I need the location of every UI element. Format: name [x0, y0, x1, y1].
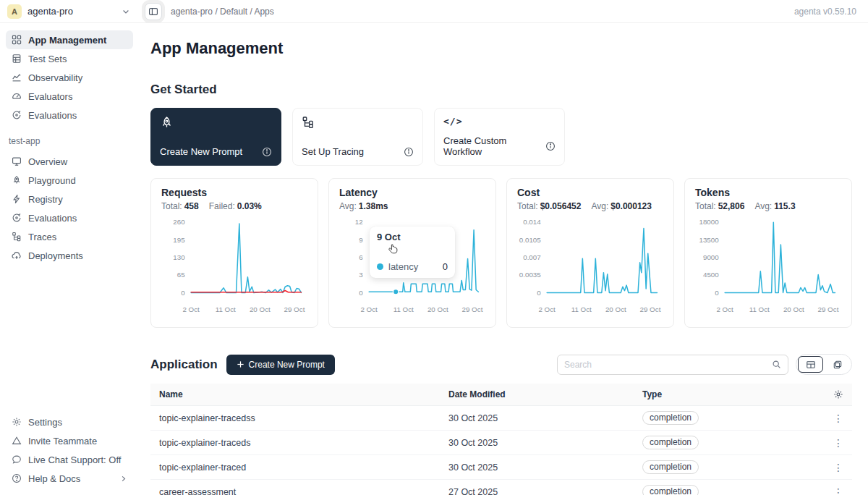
- create-new-prompt-button[interactable]: Create New Prompt: [226, 355, 335, 375]
- info-icon[interactable]: [404, 147, 414, 157]
- sidebar-item-traces[interactable]: Traces: [6, 227, 133, 246]
- sidebar-toggle-button[interactable]: [145, 3, 162, 20]
- search-icon[interactable]: [772, 360, 781, 369]
- svg-text:2 Oct: 2 Oct: [360, 305, 378, 313]
- cost-metric-card: Cost Total:$0.056452 Avg:$0.000123 00.00…: [506, 178, 674, 328]
- metric-stats: Total:458 Failed:0.03%: [161, 201, 307, 211]
- svg-text:9000: 9000: [703, 253, 719, 261]
- sidebar-item-overview[interactable]: Overview: [6, 152, 133, 171]
- series-dot-icon: [377, 263, 383, 270]
- metric-stats: Avg:1.38ms: [339, 201, 485, 211]
- svg-text:260: 260: [173, 218, 185, 226]
- sidebar-item-settings[interactable]: Settings: [6, 412, 133, 431]
- table-row[interactable]: career-assessment 27 Oct 2025 completion…: [150, 480, 852, 495]
- breadcrumb[interactable]: agenta-pro / Default / Apps: [171, 7, 274, 17]
- sidebar-item-app-management[interactable]: App Management: [6, 30, 133, 49]
- svg-text:0: 0: [537, 289, 541, 297]
- sidebar-item-label: Help & Docs: [28, 473, 80, 484]
- table-view-button[interactable]: [798, 356, 823, 373]
- sidebar-item-evaluators[interactable]: Evaluators: [6, 87, 133, 106]
- app-management-icon: [12, 35, 22, 45]
- table-row[interactable]: topic-explainer-traced 30 Oct 2025 compl…: [150, 455, 852, 480]
- application-title: Application: [150, 358, 218, 372]
- view-toggle: [796, 354, 852, 375]
- svg-text:11 Oct: 11 Oct: [216, 305, 236, 313]
- column-header-name[interactable]: Name: [150, 389, 440, 399]
- row-menu-button[interactable]: ⋮: [794, 487, 852, 495]
- column-header-type[interactable]: Type: [634, 389, 794, 399]
- requests-chart[interactable]: 0651301952602 Oct11 Oct20 Oct29 Oct: [161, 214, 307, 316]
- search-input[interactable]: [564, 360, 772, 370]
- sidebar-item-invite-teammate[interactable]: Invite Teammate: [6, 431, 133, 450]
- type-badge: completion: [642, 436, 699, 449]
- svg-text:0.0035: 0.0035: [519, 271, 542, 279]
- sidebar-item-deployments[interactable]: Deployments: [6, 246, 133, 265]
- metric-stats: Total:$0.056452 Avg:$0.000123: [517, 201, 663, 211]
- card-label: Create Custom Workflow: [443, 135, 545, 157]
- sidebar-item-label: Traces: [28, 232, 56, 242]
- metric-title: Requests: [161, 187, 307, 198]
- playground-icon: [12, 175, 22, 185]
- sidebar-item-label: Playground: [28, 175, 76, 186]
- tracing-icon: [302, 116, 414, 129]
- type-badge: completion: [642, 411, 699, 425]
- deployments-icon: [12, 250, 22, 261]
- row-menu-button[interactable]: ⋮: [794, 438, 852, 448]
- row-menu-button[interactable]: ⋮: [794, 413, 852, 423]
- column-header-date-modified[interactable]: Date Modified: [440, 389, 634, 399]
- sidebar-item-observability[interactable]: Observability: [6, 68, 133, 87]
- row-menu-button[interactable]: ⋮: [794, 462, 852, 473]
- svg-text:0.007: 0.007: [523, 253, 541, 261]
- metric-title: Tokens: [695, 187, 841, 198]
- sidebar-item-test-sets[interactable]: Test Sets: [6, 49, 133, 68]
- sidebar-item-label: Deployments: [28, 250, 83, 261]
- cost-chart[interactable]: 00.00350.0070.01050.0142 Oct11 Oct20 Oct…: [517, 214, 663, 316]
- type-badge: completion: [642, 485, 699, 495]
- column-settings[interactable]: [794, 389, 852, 399]
- sidebar-item-evaluations[interactable]: Evaluations: [6, 106, 133, 124]
- set-up-tracing-card[interactable]: Set Up Tracing: [292, 108, 423, 166]
- app-date-modified: 30 Oct 2025: [440, 413, 634, 423]
- evaluators-icon: [12, 91, 22, 101]
- sidebar-item-label: Settings: [28, 417, 62, 428]
- tooltip-value: 0: [443, 261, 448, 272]
- sidebar-item-label: Evaluators: [28, 91, 72, 102]
- chart-tooltip: 9 Oct latency 0: [370, 227, 455, 278]
- info-icon[interactable]: [545, 141, 556, 151]
- app-date-modified: 30 Oct 2025: [440, 462, 634, 473]
- cursor-pointer-icon: [387, 243, 448, 255]
- plus-icon: [237, 360, 244, 368]
- application-tools: [557, 354, 852, 375]
- sidebar-item-live-chat-support[interactable]: Live Chat Support: Off: [6, 450, 133, 469]
- create-new-prompt-card[interactable]: Create New Prompt: [150, 108, 281, 166]
- svg-text:11 Oct: 11 Oct: [393, 305, 414, 313]
- chevron-right-icon: [119, 475, 127, 483]
- tooltip-series-row: latency 0: [377, 261, 448, 272]
- sidebar-toggle-icon: [148, 7, 158, 17]
- sidebar-item-registry[interactable]: Registry: [6, 190, 133, 208]
- svg-text:11 Oct: 11 Oct: [749, 305, 770, 313]
- card-view-icon: [833, 360, 843, 370]
- svg-text:9: 9: [359, 236, 362, 244]
- info-icon[interactable]: [262, 147, 272, 157]
- get-started-cards: Create New Prompt Set Up Tracing </> Cre…: [150, 108, 852, 166]
- workspace-selector[interactable]: A agenta-pro: [0, 4, 139, 19]
- svg-text:0.014: 0.014: [523, 218, 541, 226]
- card-view-button[interactable]: [825, 356, 850, 373]
- workspace-avatar: A: [7, 4, 22, 19]
- app-name: topic-explainer-traced: [150, 462, 440, 473]
- table-row[interactable]: topic-explainer-tracedss 30 Oct 2025 com…: [150, 406, 852, 431]
- svg-text:0.0105: 0.0105: [519, 236, 542, 244]
- table-row[interactable]: topic-explainer-traceds 30 Oct 2025 comp…: [150, 431, 852, 455]
- sidebar-item-playground[interactable]: Playground: [6, 171, 133, 190]
- type-badge: completion: [642, 460, 699, 474]
- svg-text:20 Oct: 20 Oct: [250, 305, 271, 313]
- app-version: agenta v0.59.10: [794, 7, 868, 17]
- sidebar-item-help-docs[interactable]: Help & Docs: [6, 469, 133, 488]
- create-custom-workflow-card[interactable]: </> Create Custom Workflow: [434, 108, 565, 166]
- metric-title: Cost: [517, 187, 663, 198]
- sidebar-item-evaluations-app[interactable]: Evaluations: [6, 208, 133, 227]
- invite-icon: [12, 436, 22, 446]
- sidebar-item-label: Live Chat Support: Off: [28, 454, 121, 465]
- tokens-chart[interactable]: 04500900013500180002 Oct11 Oct20 Oct29 O…: [695, 214, 841, 316]
